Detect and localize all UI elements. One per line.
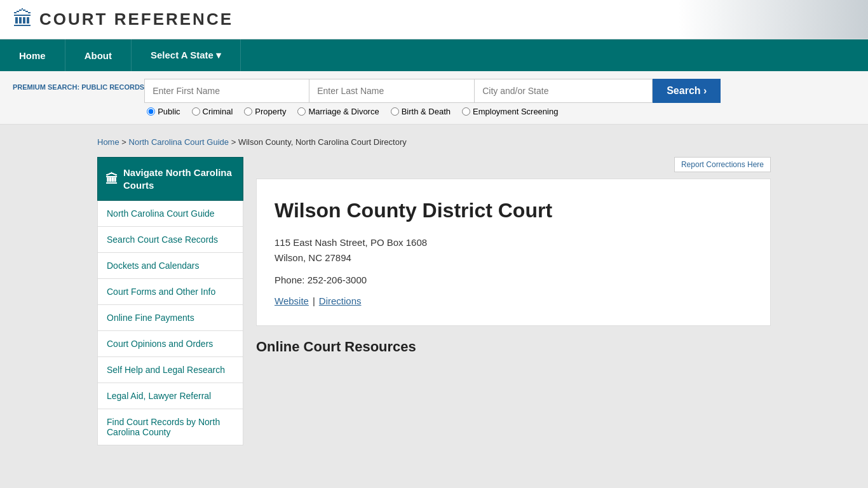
sidebar: 🏛 Navigate North Carolina Courts North C… [97, 157, 243, 445]
radio-employment-screening[interactable]: Employment Screening [462, 107, 558, 116]
sidebar-header: 🏛 Navigate North Carolina Courts [97, 157, 243, 201]
courthouse-icon: 🏛 [105, 171, 118, 187]
website-link[interactable]: Website [275, 295, 309, 306]
search-inputs: Search › Public Criminal Property Marria… [144, 79, 855, 116]
sidebar-item-search-court[interactable]: Search Court Case Records [97, 227, 243, 253]
directions-link[interactable]: Directions [319, 295, 362, 306]
court-title: Wilson County District Court [275, 198, 752, 222]
search-fields: Search › [144, 79, 855, 103]
sidebar-item-find-by-county[interactable]: Find Court Records by North Carolina Cou… [97, 409, 243, 445]
nav-bar: Home About Select A State ▾ [0, 39, 868, 71]
logo-area: 🏛 COURT REFERENCE [13, 8, 233, 31]
breadcrumb: Home > North Carolina Court Guide > Wils… [97, 137, 771, 147]
content-layout: 🏛 Navigate North Carolina Courts North C… [97, 157, 771, 445]
logo-icon: 🏛 [13, 8, 33, 31]
last-name-input[interactable] [309, 79, 475, 103]
sidebar-item-online-fines[interactable]: Online Fine Payments [97, 305, 243, 331]
breadcrumb-nc-guide[interactable]: North Carolina Court Guide [129, 137, 229, 147]
report-corrections-button[interactable]: Report Corrections Here [674, 157, 771, 172]
logo-text: COURT REFERENCE [39, 10, 233, 29]
main-wrapper: Home > North Carolina Court Guide > Wils… [85, 125, 783, 458]
breadcrumb-home[interactable]: Home [97, 137, 119, 147]
radio-marriage-divorce[interactable]: Marriage & Divorce [297, 107, 379, 116]
nav-select-state[interactable]: Select A State ▾ [132, 39, 241, 71]
sidebar-item-legal-aid[interactable]: Legal Aid, Lawyer Referral [97, 383, 243, 409]
sidebar-item-self-help[interactable]: Self Help and Legal Research [97, 357, 243, 383]
sidebar-header-label: Navigate North Carolina Courts [123, 166, 235, 191]
sidebar-item-court-forms[interactable]: Court Forms and Other Info [97, 279, 243, 305]
phone-number: 252-206-3000 [308, 274, 367, 285]
court-address-line1: 115 East Nash Street, PO Box 1608 [275, 237, 427, 248]
court-phone: Phone: 252-206-3000 [275, 274, 752, 285]
radio-public[interactable]: Public [147, 107, 180, 116]
phone-label: Phone: [275, 274, 305, 285]
radio-property[interactable]: Property [244, 107, 286, 116]
radio-criminal[interactable]: Criminal [192, 107, 233, 116]
sidebar-item-opinions[interactable]: Court Opinions and Orders [97, 331, 243, 357]
radio-birth-death[interactable]: Birth & Death [391, 107, 451, 116]
search-bar: PREMIUM SEARCH: PUBLIC RECORDS Search › … [0, 71, 868, 125]
sidebar-item-nc-court-guide[interactable]: North Carolina Court Guide [97, 201, 243, 227]
search-button[interactable]: Search › [653, 79, 721, 103]
radio-row: Public Criminal Property Marriage & Divo… [144, 107, 855, 116]
sidebar-item-dockets[interactable]: Dockets and Calendars [97, 253, 243, 279]
nav-about[interactable]: About [65, 39, 132, 71]
court-links: Website | Directions [275, 295, 752, 306]
nav-home[interactable]: Home [0, 39, 65, 71]
report-btn-row: Report Corrections Here [256, 157, 771, 172]
city-state-input[interactable] [475, 79, 653, 103]
breadcrumb-current: Wilson County, North Carolina Court Dire… [238, 137, 407, 147]
main-panel: Report Corrections Here Wilson County Di… [256, 157, 771, 355]
court-address-line2: Wilson, NC 27894 [275, 252, 351, 263]
first-name-input[interactable] [144, 79, 309, 103]
court-address: 115 East Nash Street, PO Box 1608 Wilson… [275, 235, 752, 266]
court-card: Wilson County District Court 115 East Na… [256, 179, 771, 326]
link-separator: | [313, 295, 315, 306]
premium-label: PREMIUM SEARCH: PUBLIC RECORDS [13, 79, 144, 92]
online-resources-title: Online Court Resources [256, 339, 771, 355]
